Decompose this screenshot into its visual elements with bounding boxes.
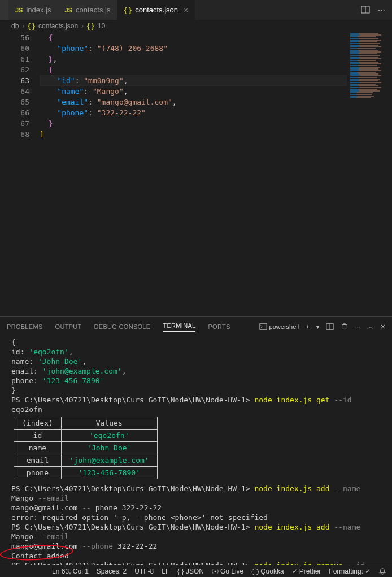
status-golive[interactable]: Go Live	[212, 567, 243, 575]
check-icon: ✓	[365, 567, 371, 575]
more-icon[interactable]: ···	[355, 323, 360, 330]
tab-label: contacts.js	[76, 6, 110, 14]
trash-icon[interactable]	[341, 323, 349, 331]
tab-debug-console[interactable]: DEBUG CONSOLE	[94, 323, 151, 330]
json-icon: { }	[28, 22, 35, 30]
tab-problems[interactable]: PROBLEMS	[7, 323, 43, 330]
activity-bar-strip	[0, 0, 8, 20]
new-terminal-icon[interactable]: +	[306, 323, 309, 330]
bottom-panel: PROBLEMS OUTPUT DEBUG CONSOLE TERMINAL P…	[0, 316, 392, 568]
chevron-right-icon: ›	[81, 22, 84, 30]
tab-output[interactable]: OUTPUT	[55, 323, 82, 330]
powershell-icon	[259, 323, 267, 331]
line-gutter: 56 60 61 62 63 64 65 66 67 68	[0, 32, 40, 316]
svg-rect-2	[259, 324, 266, 330]
close-icon[interactable]: ×	[184, 6, 188, 15]
js-icon: JS	[65, 7, 72, 14]
breadcrumb[interactable]: db › { } contacts.json › { } 10	[0, 20, 392, 32]
minimap[interactable]	[350, 32, 384, 106]
tab-label: contacts.json	[135, 6, 178, 14]
status-bar: Ln 63, Col 1 Spaces: 2 UTF-8 LF { } JSON…	[0, 565, 392, 577]
svg-point-5	[214, 570, 216, 572]
editor-tabs-bar: JS index.js JS contacts.js { } contacts.…	[0, 0, 392, 20]
status-lncol[interactable]: Ln 63, Col 1	[52, 567, 89, 575]
more-icon[interactable]: ···	[378, 5, 385, 15]
tab-ports[interactable]: PORTS	[208, 323, 230, 330]
panel-tabs: PROBLEMS OUTPUT DEBUG CONSOLE TERMINAL P…	[0, 317, 392, 336]
tab-label: index.js	[26, 6, 51, 14]
tab-contacts-json[interactable]: { } contacts.json ×	[117, 0, 195, 20]
tab-terminal[interactable]: TERMINAL	[163, 322, 195, 332]
broadcast-icon	[212, 568, 219, 575]
status-language[interactable]: { } JSON	[177, 567, 204, 575]
status-encoding[interactable]: UTF-8	[134, 567, 154, 575]
tab-contacts-js[interactable]: JS contacts.js	[58, 0, 117, 20]
status-prettier[interactable]: ✓Prettier	[292, 567, 321, 575]
split-terminal-icon[interactable]	[326, 323, 334, 331]
status-formatting[interactable]: Formatting:✓	[329, 567, 371, 575]
status-eol[interactable]: LF	[162, 567, 169, 575]
bell-icon[interactable]	[378, 567, 386, 575]
code-editor[interactable]: 56 60 61 62 63 64 65 66 67 68 { "phone":…	[0, 32, 392, 316]
json-icon: { }	[87, 22, 94, 30]
breadcrumb-file: contacts.json	[38, 22, 78, 30]
chevron-up-icon[interactable]: ︿	[367, 322, 374, 332]
code-content[interactable]: { "phone": "(748) 206-2688" }, { "id": "…	[40, 32, 177, 316]
chevron-right-icon: ›	[22, 22, 24, 30]
circle-icon: ◯	[251, 567, 259, 575]
terminal-table: (index)Values id'eqo2ofn' name'John Doe'…	[14, 417, 158, 479]
chevron-down-icon[interactable]: ▾	[316, 324, 319, 330]
status-quokka[interactable]: ◯Quokka	[251, 567, 284, 575]
tab-index-js[interactable]: JS index.js	[8, 0, 58, 20]
breadcrumb-root: db	[11, 22, 19, 30]
json-icon: { }	[124, 6, 132, 14]
status-spaces[interactable]: Spaces: 2	[97, 567, 127, 575]
close-panel-icon[interactable]: ×	[381, 322, 385, 331]
js-icon: JS	[15, 7, 23, 14]
terminal-content[interactable]: { id: 'eqo2ofn', name: 'John Doe', email…	[0, 336, 392, 568]
split-editor-icon[interactable]	[361, 5, 370, 15]
check-icon: ✓	[292, 567, 298, 575]
terminal-profile[interactable]: powershell	[259, 323, 299, 331]
breadcrumb-symbol: 10	[98, 22, 105, 30]
